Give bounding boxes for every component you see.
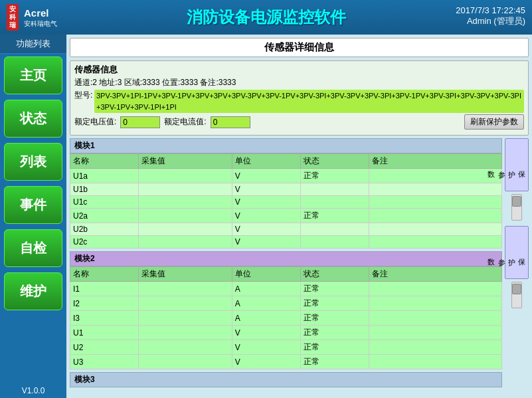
module1-row: U1b V xyxy=(70,183,502,196)
module2-block: 模块2 名称 采集值 单位 状态 备注 I xyxy=(70,251,502,369)
m1-cell-note xyxy=(369,196,502,209)
m2-cell-note xyxy=(369,326,502,340)
module1-row: U2b V xyxy=(70,223,502,236)
main-layout: 功能列表 主页 状态 列表 事件 自检 维护 V1.0.0 传感器详细信息 传感… xyxy=(0,35,532,398)
username: Admin (管理员) xyxy=(456,15,525,27)
m2-cell-value xyxy=(139,355,232,369)
scrollbar-thumb-2 xyxy=(512,284,521,294)
m1-cell-status xyxy=(300,223,369,236)
m1-cell-value xyxy=(139,183,232,196)
m1-cell-unit: V xyxy=(232,169,300,183)
m1-cell-unit: V xyxy=(232,196,300,209)
module1-row: U1a V 正常 xyxy=(70,169,502,183)
m1-cell-status: 正常 xyxy=(300,209,369,223)
m2-cell-status: 正常 xyxy=(300,326,369,340)
m1-cell-name: U1a xyxy=(70,169,139,183)
m2-col-status: 状态 xyxy=(300,267,369,282)
module1-table: 名称 采集值 单位 状态 备注 U1a V 正常 U1b xyxy=(70,153,502,249)
m2-cell-unit: A xyxy=(232,282,300,296)
module3-title: 模块3 xyxy=(70,372,502,387)
m2-cell-unit: V xyxy=(232,355,300,369)
module-list: 模块1 名称 采集值 单位 状态 备注 U xyxy=(70,138,502,395)
module1-block: 模块1 名称 采集值 单位 状态 备注 U xyxy=(70,138,502,249)
m2-cell-note xyxy=(369,355,502,369)
m2-cell-name: I3 xyxy=(70,311,139,326)
scrollbar-panel: 显示保护参数 显示保护参数 xyxy=(505,138,529,395)
m2-cell-name: U1 xyxy=(70,326,139,340)
m2-col-note: 备注 xyxy=(369,267,502,282)
m2-col-unit: 单位 xyxy=(232,267,300,282)
modules-area: 模块1 名称 采集值 单位 状态 备注 U xyxy=(70,138,529,395)
type-label: 型号: xyxy=(74,90,94,101)
rated-voltage-input[interactable] xyxy=(120,116,160,128)
m1-cell-note xyxy=(369,169,502,183)
show-protect-btn-2[interactable]: 显示保护参数 xyxy=(505,226,529,279)
module1-title: 模块1 xyxy=(70,138,502,153)
m1-cell-name: U1b xyxy=(70,183,139,196)
m2-cell-value xyxy=(139,282,232,296)
m2-cell-name: U3 xyxy=(70,355,139,369)
sidebar-item-status[interactable]: 状态 xyxy=(4,100,62,138)
m1-cell-note xyxy=(369,209,502,223)
m1-cell-value xyxy=(139,196,232,209)
refresh-protect-btn[interactable]: 刷新保护参数 xyxy=(464,114,524,130)
content-area: 传感器详细信息 传感器信息 通道:2 地址:3 区域:3333 位置:3333 … xyxy=(66,35,532,398)
rated-current-label: 额定电流值: xyxy=(164,116,206,128)
module3-block: 模块3 xyxy=(70,372,502,387)
m2-cell-note xyxy=(369,296,502,311)
m1-col-name: 名称 xyxy=(70,154,139,169)
m1-cell-status xyxy=(300,236,369,249)
m1-col-note: 备注 xyxy=(369,154,502,169)
scrollbar-thumb-1 xyxy=(512,196,521,207)
m1-cell-status: 正常 xyxy=(300,169,369,183)
app-title: 消防设备电源监控软件 xyxy=(187,7,346,28)
rated-voltage-label: 额定电压值: xyxy=(74,116,116,128)
m2-cell-unit: A xyxy=(232,296,300,311)
sidebar-item-event[interactable]: 事件 xyxy=(4,186,62,224)
brand-name: Acrel xyxy=(24,7,57,20)
datetime: 2017/7/3 17:22:45 xyxy=(456,5,525,15)
m2-cell-status: 正常 xyxy=(300,282,369,296)
m2-col-value: 采集值 xyxy=(139,267,232,282)
module2-title: 模块2 xyxy=(70,251,502,266)
m1-cell-name: U2c xyxy=(70,236,139,249)
scrollbar-2[interactable] xyxy=(511,282,522,308)
m1-cell-status xyxy=(300,196,369,209)
m2-cell-note xyxy=(369,282,502,296)
module2-table: 名称 采集值 单位 状态 备注 I1 A 正常 I2 xyxy=(70,266,502,369)
brand-sub: 安科瑞电气 xyxy=(24,19,57,28)
logo-area: 安科瑞 Acrel 安科瑞电气 xyxy=(7,4,57,31)
m1-cell-value xyxy=(139,169,232,183)
m2-cell-unit: A xyxy=(232,311,300,326)
m1-cell-unit: V xyxy=(232,236,300,249)
sidebar-item-home[interactable]: 主页 xyxy=(4,56,62,94)
m1-cell-value xyxy=(139,236,232,249)
rated-current-input[interactable] xyxy=(211,116,250,128)
m2-cell-name: I2 xyxy=(70,296,139,311)
m2-cell-status: 正常 xyxy=(300,311,369,326)
sidebar-item-selfcheck[interactable]: 自检 xyxy=(4,229,62,267)
sidebar-item-list[interactable]: 列表 xyxy=(4,143,62,181)
m2-cell-value xyxy=(139,326,232,340)
sidebar-item-maintain[interactable]: 维护 xyxy=(4,272,62,310)
m1-cell-name: U2b xyxy=(70,223,139,236)
sensor-type-row: 型号: 3PV-3PV+1PI-1PV+3PV-1PV+3PV+3PV+3PV-… xyxy=(74,90,524,113)
logo-text: Acrel 安科瑞电气 xyxy=(24,7,57,29)
m1-cell-name: U2a xyxy=(70,209,139,223)
module1-row: U1c V xyxy=(70,196,502,209)
m1-col-status: 状态 xyxy=(300,154,369,169)
m1-col-unit: 单位 xyxy=(232,154,300,169)
module2-row: I2 A 正常 xyxy=(70,296,502,311)
m2-cell-unit: V xyxy=(232,340,300,355)
sensor-info-panel: 传感器信息 通道:2 地址:3 区域:3333 位置:3333 备注:3333 … xyxy=(70,60,529,136)
m2-cell-status: 正常 xyxy=(300,355,369,369)
show-protect-btn-1[interactable]: 显示保护参数 xyxy=(505,138,529,191)
m1-cell-note xyxy=(369,223,502,236)
m1-col-value: 采集值 xyxy=(139,154,232,169)
m2-cell-name: U2 xyxy=(70,340,139,355)
m2-cell-unit: V xyxy=(232,326,300,340)
m2-cell-status: 正常 xyxy=(300,296,369,311)
module1-row: U2c V xyxy=(70,236,502,249)
m1-cell-unit: V xyxy=(232,223,300,236)
scrollbar-1[interactable] xyxy=(511,194,522,221)
